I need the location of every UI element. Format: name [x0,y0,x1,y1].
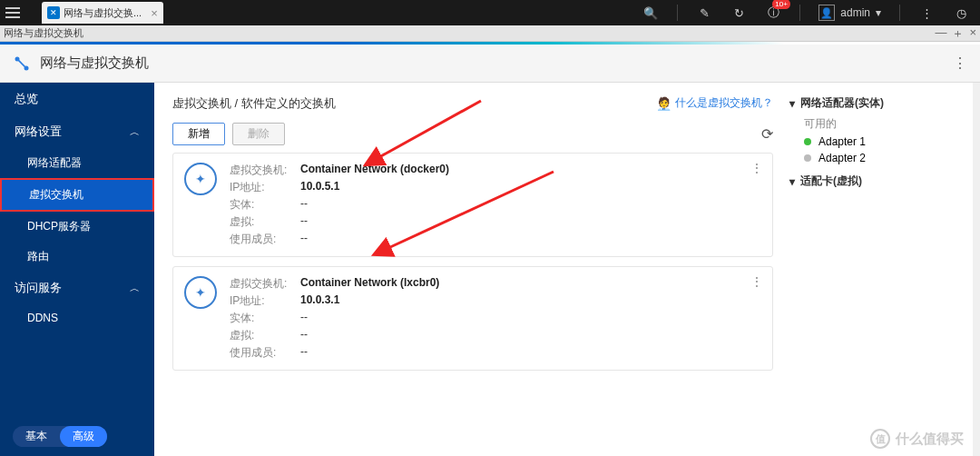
label-virtual: 虚拟: [230,328,300,343]
sidebar-item-route[interactable]: 路由 [0,242,154,272]
watermark: 值 什么值得买 [870,429,964,449]
notification-badge: 10+ [772,0,790,9]
close-icon[interactable]: × [151,6,158,20]
sidebar-label: 虚拟交换机 [29,188,83,201]
value-entity: -- [300,311,439,326]
app-title: 网络与虚拟交换机 [40,55,149,72]
tab-title: 网络与虚拟交换... [64,6,142,20]
adapter-name: Adapter 1 [818,135,866,148]
browser-tab[interactable]: ✕ 网络与虚拟交换... × [42,2,163,24]
value-ip: 10.0.5.1 [300,180,449,195]
rp-nic-head[interactable]: ▾适配卡(虚拟) [789,173,962,189]
sidebar-label: 路由 [27,250,49,263]
sidebar-label: DDNS [27,312,58,324]
separator [799,5,800,21]
user-name: admin [840,6,870,19]
label-members: 使用成员: [230,232,300,247]
separator [677,5,678,21]
value-name: Container Network (lxcbr0) [300,276,439,292]
app-logo-icon [13,55,31,73]
info-icon[interactable]: ⓘ10+ [765,5,781,21]
new-button[interactable]: 新增 [172,123,225,145]
value-ip: 10.0.3.1 [300,293,439,309]
rp-available: 可用的 [789,116,962,132]
sync-icon[interactable]: ↻ [730,6,747,20]
watermark-text: 什么值得买 [896,431,964,448]
rp-adapter-item[interactable]: Adapter 1 [789,135,962,148]
refresh-icon[interactable]: ⟳ [761,125,773,143]
value-virtual: -- [300,328,439,343]
chevron-down-icon: ▾ [789,175,795,188]
sidebar-label: 总览 [15,91,38,107]
chevron-up-icon: ︿ [130,282,140,295]
sidebar-label: 网络设置 [15,124,62,140]
sidebar-item-ddns[interactable]: DDNS [0,304,154,332]
card-more-icon[interactable]: ⋮ [750,161,763,175]
value-members: -- [300,232,449,247]
help-text: 什么是虚拟交换机？ [675,95,773,111]
value-entity: -- [300,197,449,213]
mode-toggle[interactable]: 基本 高级 [13,426,107,447]
delete-button[interactable]: 删除 [232,123,285,145]
sidebar-item-network-settings[interactable]: 网络设置︿ [0,115,154,148]
close-button[interactable]: × [969,25,976,42]
hamburger-icon [5,12,20,14]
adapter-name: Adapter 2 [818,152,866,164]
sidebar-label: DHCP服务器 [27,220,91,233]
label-members: 使用成员: [230,345,300,361]
more-icon[interactable]: ⋮ [918,6,935,20]
breadcrumb: 虚拟交换机 / 软件定义的交换机 [172,96,336,110]
sidebar-item-overview[interactable]: 总览 [0,83,154,115]
help-link[interactable]: 🧑‍💼 什么是虚拟交换机？ [656,95,773,111]
label-vswitch: 虚拟交换机: [230,276,300,292]
label-ip: IP地址: [230,293,300,309]
sidebar-item-dhcp[interactable]: DHCP服务器 [0,212,154,242]
rp-adapter-item[interactable]: Adapter 2 [789,152,962,164]
chevron-up-icon: ︿ [130,125,140,139]
user-menu[interactable]: 👤 admin ▾ [818,5,881,21]
label-virtual: 虚拟: [230,214,300,230]
sidebar-label: 访问服务 [15,280,62,296]
label-ip: IP地址: [230,180,300,195]
sidebar-item-access-service[interactable]: 访问服务︿ [0,272,154,304]
vswitch-card[interactable]: ✦ 虚拟交换机:Container Network (lxcbr0) IP地址:… [172,266,773,371]
seg-basic[interactable]: 基本 [13,426,60,447]
user-icon: 👤 [818,5,835,21]
separator [899,5,900,21]
menu-button[interactable] [0,0,25,25]
maximize-button[interactable]: ＋ [952,25,964,42]
window-title: 网络与虚拟交换机 [4,26,83,40]
value-members: -- [300,345,439,361]
status-dot-online [804,138,811,145]
chevron-down-icon: ▾ [876,6,881,19]
app-tab-icon: ✕ [47,6,60,19]
card-more-icon[interactable]: ⋮ [750,274,763,289]
vswitch-card[interactable]: ✦ 虚拟交换机:Container Network (docker0) IP地址… [172,153,773,257]
seg-advanced[interactable]: 高级 [60,426,107,447]
tasks-icon[interactable]: ✎ [696,6,712,20]
minimize-button[interactable]: — [935,25,946,42]
app-more-icon[interactable]: ⋮ [953,55,967,72]
chevron-down-icon: ▾ [789,97,795,110]
sidebar-item-virtual-switch[interactable]: 虚拟交换机 [0,178,154,212]
sidebar: 总览 网络设置︿ 网络适配器 虚拟交换机 DHCP服务器 路由 访问服务︿ DD… [0,83,154,456]
search-icon[interactable]: 🔍 [642,6,659,20]
label-vswitch: 虚拟交换机: [230,163,300,178]
label-entity: 实体: [230,197,300,213]
label-entity: 实体: [230,311,300,326]
dashboard-icon[interactable]: ◷ [953,6,969,20]
sidebar-label: 网络适配器 [27,156,82,169]
vswitch-icon: ✦ [184,163,217,195]
value-virtual: -- [300,214,449,230]
sidebar-item-adapters[interactable]: 网络适配器 [0,148,154,178]
help-icon: 🧑‍💼 [656,96,671,111]
vswitch-icon: ✦ [184,276,217,309]
watermark-badge: 值 [870,429,890,449]
scrollbar[interactable] [973,83,980,456]
value-name: Container Network (docker0) [300,163,449,178]
rp-adapter-head[interactable]: ▾网络适配器(实体) [789,95,962,111]
right-panel: ▾网络适配器(实体) 可用的 Adapter 1 Adapter 2 ▾适配卡(… [789,95,962,443]
status-dot-offline [804,154,811,162]
